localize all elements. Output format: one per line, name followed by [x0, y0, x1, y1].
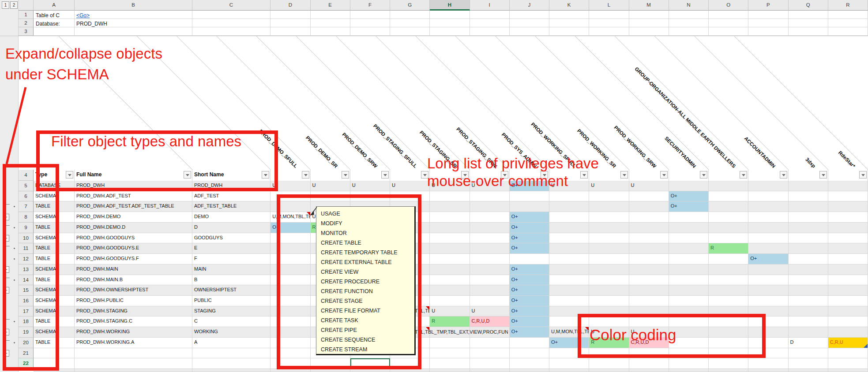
row-header-12[interactable]: 12 [19, 254, 34, 264]
row-header-17[interactable]: 17 [19, 306, 34, 317]
cell-P8[interactable] [748, 212, 788, 223]
cell-L22[interactable] [589, 358, 629, 369]
cell-M18[interactable] [629, 316, 669, 327]
cell-D2[interactable] [271, 19, 310, 27]
cell-L15[interactable] [589, 285, 629, 296]
cell-L14[interactable] [589, 275, 629, 286]
cell-J13[interactable]: O+ [510, 264, 549, 275]
cell-P21[interactable] [748, 348, 788, 359]
cell-Q12[interactable] [789, 254, 828, 264]
cell-C12[interactable]: F [192, 254, 271, 264]
cell-B3[interactable] [75, 27, 192, 36]
row-header-11[interactable]: 11 [19, 243, 34, 254]
column-header-L[interactable]: L [589, 0, 629, 11]
collapse-group-button-row10[interactable]: − [3, 235, 9, 242]
cell-O9[interactable] [709, 223, 748, 233]
cell-C15[interactable]: OWNERSHIPTEST [192, 285, 271, 296]
cell-C2[interactable] [192, 19, 271, 27]
cell-M15[interactable] [629, 285, 669, 296]
cell-D12[interactable] [271, 254, 310, 264]
cell-P16[interactable] [748, 296, 788, 306]
cell-A5[interactable]: DATABASE [34, 181, 75, 191]
cell-R8[interactable] [828, 212, 868, 223]
cell-G6[interactable] [390, 191, 430, 202]
cell-Q20[interactable]: D [789, 338, 828, 348]
cell-H23[interactable] [430, 369, 470, 372]
cell-N23[interactable] [669, 369, 709, 372]
cell-A12[interactable]: TABLE [34, 254, 75, 264]
cell-I1[interactable] [470, 11, 510, 19]
cell-A17[interactable]: SCHEMA [34, 306, 75, 317]
cell-C16[interactable]: PUBLIC [192, 296, 271, 306]
cell-O12[interactable] [709, 254, 748, 264]
collapse-group-button-row19[interactable]: − [3, 329, 9, 335]
row-header-18[interactable]: 18 [19, 316, 34, 327]
cell-M11[interactable] [629, 243, 669, 254]
cell-L9[interactable] [589, 223, 629, 233]
cell-R22[interactable] [828, 358, 868, 369]
row-header-7[interactable]: 7 [19, 201, 34, 212]
cell-D17[interactable] [271, 306, 310, 317]
cell-F5[interactable]: U [350, 181, 390, 191]
cell-J6[interactable] [510, 191, 549, 202]
cell-P22[interactable] [748, 358, 788, 369]
cell-P19[interactable] [748, 327, 788, 338]
cell-J8[interactable]: O+ [510, 212, 549, 223]
cell-N12[interactable] [669, 254, 709, 264]
cell-C1[interactable] [192, 11, 271, 19]
cell-I3[interactable] [470, 27, 510, 36]
cell-D9[interactable]: O+ [271, 223, 310, 233]
cell-K9[interactable] [549, 223, 589, 233]
cell-N3[interactable] [669, 27, 709, 36]
cell-H8[interactable] [430, 212, 470, 223]
cell-D19[interactable] [271, 327, 310, 338]
cell-L17[interactable] [589, 306, 629, 317]
cell-M2[interactable] [629, 19, 669, 27]
column-header-O[interactable]: O [709, 0, 748, 11]
cell-M21[interactable] [629, 348, 669, 359]
cell-M8[interactable] [629, 212, 669, 223]
cell-O23[interactable] [709, 369, 748, 372]
cell-C3[interactable] [192, 27, 271, 36]
cell-B10[interactable]: PROD_DWH.GOODGUYS [75, 233, 192, 244]
cell-R10[interactable] [828, 233, 868, 244]
cell-P10[interactable] [748, 233, 788, 244]
cell-M5[interactable]: U [629, 181, 669, 191]
row-header-4[interactable]: 4 [19, 170, 34, 181]
cell-A20[interactable]: TABLE [34, 338, 75, 348]
cell-L5[interactable]: U [589, 181, 629, 191]
filter-dropdown-O[interactable] [740, 171, 747, 179]
cell-C13[interactable]: MAIN [192, 264, 271, 275]
cell-O18[interactable] [709, 316, 748, 327]
cell-P20[interactable] [748, 338, 788, 348]
filter-dropdown-C[interactable] [262, 171, 269, 179]
cell-I23[interactable] [470, 369, 510, 372]
cell-N5[interactable] [669, 181, 709, 191]
cell-M12[interactable] [629, 254, 669, 264]
cell-G2[interactable] [390, 19, 430, 27]
cell-J7[interactable] [510, 201, 549, 212]
row-header-10[interactable]: 10 [19, 233, 34, 244]
cell-E23[interactable] [311, 369, 350, 372]
cell-M1[interactable] [629, 11, 669, 19]
row-header-2[interactable]: 2 [19, 19, 34, 27]
filter-dropdown-F[interactable] [381, 171, 389, 179]
cell-N2[interactable] [669, 19, 709, 27]
cell-D21[interactable] [271, 348, 310, 359]
cell-J23[interactable] [510, 369, 549, 372]
cell-K20[interactable]: O+ [549, 338, 589, 348]
cell-L13[interactable] [589, 264, 629, 275]
cell-J3[interactable] [510, 27, 549, 36]
cell-H15[interactable] [430, 285, 470, 296]
cell-B20[interactable]: PROD_DWH.WORKING.A [75, 338, 192, 348]
cell-O14[interactable] [709, 275, 748, 286]
outline-level-1-button[interactable]: 1 [2, 1, 9, 9]
cell-K7[interactable] [549, 201, 589, 212]
cell-H11[interactable] [430, 243, 470, 254]
cell-B12[interactable]: PROD_DWH.GOODGUYS.F [75, 254, 192, 264]
cell-K21[interactable] [549, 348, 589, 359]
row-header-15[interactable]: 15 [19, 285, 34, 296]
cell-Q23[interactable] [789, 369, 828, 372]
filter-dropdown-R[interactable] [859, 171, 867, 179]
cell-I18[interactable]: C,R,U,D [470, 316, 510, 327]
